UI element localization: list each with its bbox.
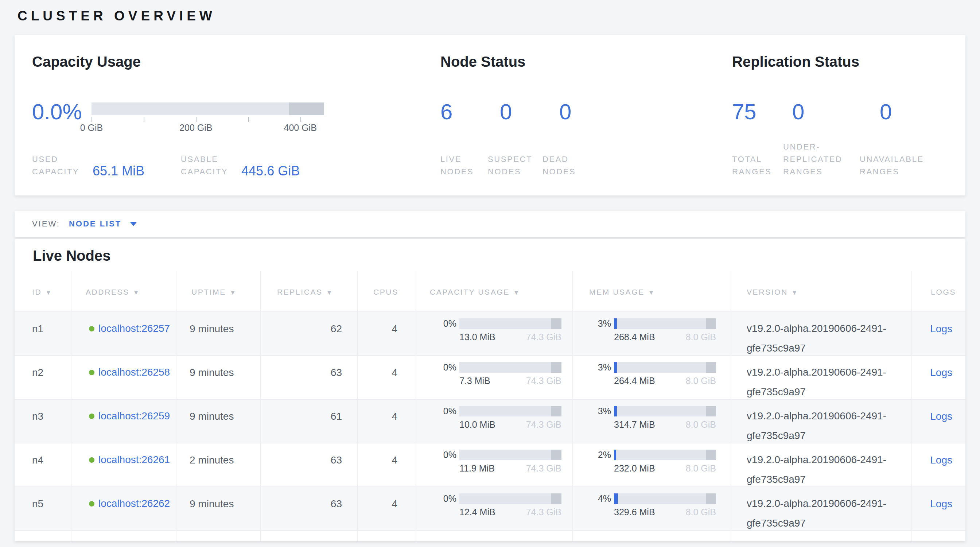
mem-percent: 3% — [595, 318, 611, 329]
node-address-link[interactable]: localhost:26259 — [99, 406, 170, 426]
uptime-cell: 9 minutes — [177, 356, 261, 399]
mem-cell: 2%232.0 MiB8.0 GiB — [573, 444, 731, 487]
cluster-summary-card: Capacity Usage 0.0% 0 GiB 200 GiB 400 Gi… — [14, 35, 966, 196]
mem-bar-used-segment — [614, 493, 618, 504]
usage-bar — [460, 362, 562, 373]
mem-used-value: 268.4 MiB — [614, 331, 655, 342]
version-cell: v19.2.0-alpha.20190606-2491-gfe735c9a97 — [731, 487, 912, 530]
dead-nodes-count: 0 — [559, 101, 571, 123]
node-id-cell: n4 — [14, 444, 72, 487]
usage-bar — [460, 318, 562, 329]
node-live-dot — [89, 370, 94, 375]
mem-used-value: 232.0 MiB — [614, 463, 655, 474]
mem-bar-reserved-segment — [706, 318, 716, 329]
usage-bar-reserved-segment — [551, 318, 562, 329]
mem-total-value: 8.0 GiB — [686, 507, 716, 517]
usage-total-value: 74.3 GiB — [526, 375, 562, 386]
usage-total-value: 74.3 GiB — [526, 507, 562, 517]
node-id-cell: n5 — [14, 487, 72, 530]
under-replicated-label: UNDER-REPLICATED RANGES — [783, 141, 860, 178]
empty-cell — [416, 531, 573, 541]
usage-labels: 10.0 MiB74.3 GiB — [460, 419, 562, 430]
column-header-uptime[interactable]: UPTIME▼ — [177, 271, 261, 312]
usage-used-value: 13.0 MiB — [460, 331, 495, 342]
unavailable-ranges-label: UNAVAILABLE RANGES — [860, 153, 951, 178]
node-status-title: Node Status — [441, 53, 721, 70]
dead-nodes-label: DEAD NODES — [542, 153, 586, 178]
logs-link[interactable]: Logs — [930, 410, 952, 422]
uptime-cell: 2 minutes — [177, 444, 261, 487]
logs-cell: Logs — [912, 356, 966, 399]
sort-desc-icon: ▼ — [792, 289, 799, 296]
address-cell: localhost:26261 — [72, 444, 177, 487]
capacity-usage-gauge: 0 GiB 200 GiB 400 GiB — [92, 101, 324, 134]
logs-link[interactable]: Logs — [930, 367, 952, 378]
node-address-link[interactable]: localhost:26261 — [99, 450, 170, 470]
usage-percent: 0% — [441, 449, 457, 460]
column-header-mem-usage[interactable]: MEM USAGE▼ — [573, 271, 731, 312]
table-row: n5localhost:262629 minutes6340%12.4 MiB7… — [14, 487, 966, 530]
mem-total-value: 8.0 GiB — [686, 463, 716, 474]
live-nodes-count: 6 — [441, 101, 500, 123]
mem-total-value: 8.0 GiB — [686, 419, 716, 430]
table-row: n4localhost:262612 minutes6340%11.9 MiB7… — [14, 443, 966, 487]
mem-bar-used-segment — [614, 450, 616, 460]
table-row: n3localhost:262599 minutes6140%10.0 MiB7… — [14, 399, 966, 443]
sort-desc-icon: ▼ — [326, 289, 333, 296]
usable-capacity-stat: USABLE CAPACITY 445.6 GiB — [181, 153, 300, 178]
usable-capacity-value: 445.6 GiB — [241, 164, 300, 178]
usage-cell: 0%13.0 MiB74.3 GiB — [416, 312, 573, 355]
column-header-cpus: CPUS — [358, 271, 416, 312]
logs-link[interactable]: Logs — [930, 498, 952, 509]
replication-status-title: Replication Status — [732, 53, 951, 70]
logs-cell: Logs — [912, 444, 966, 487]
mem-cell: 4%329.6 MiB8.0 GiB — [573, 487, 731, 530]
usage-cell: 0%11.9 MiB74.3 GiB — [416, 444, 573, 487]
cpus-cell: 4 — [358, 400, 416, 443]
node-id-cell: n3 — [14, 400, 72, 443]
usage-percent: 0% — [441, 405, 457, 417]
chevron-down-icon[interactable] — [130, 222, 137, 226]
logs-link[interactable]: Logs — [930, 454, 952, 466]
total-ranges-count: 75 — [732, 101, 792, 123]
suspect-nodes-label: SUSPECT NODES — [488, 153, 542, 178]
total-ranges-label: TOTAL RANGES — [732, 153, 783, 178]
uptime-cell: 9 minutes — [177, 312, 261, 355]
mem-bar-reserved-segment — [706, 450, 716, 460]
capacity-bar-reserved-segment — [289, 102, 324, 115]
column-header-id[interactable]: ID▼ — [14, 271, 72, 312]
column-header-address[interactable]: ADDRESS▼ — [72, 271, 177, 312]
used-capacity-label: USED CAPACITY — [32, 153, 88, 178]
sort-desc-icon: ▼ — [648, 289, 655, 296]
mem-bar — [614, 362, 716, 373]
mem-bar-reserved-segment — [706, 406, 716, 417]
mem-bar — [614, 406, 716, 417]
table-header-row: ID▼ ADDRESS▼ UPTIME▼ REPLICAS▼ CPUS CAPA… — [14, 271, 966, 312]
usage-used-value: 11.9 MiB — [460, 463, 495, 474]
table-row: n1localhost:262579 minutes6240%13.0 MiB7… — [14, 312, 966, 355]
node-address-link[interactable]: localhost:26262 — [99, 494, 170, 514]
node-address-link[interactable]: localhost:26257 — [99, 319, 170, 339]
usage-cell: 0%7.3 MiB74.3 GiB — [416, 356, 573, 399]
mem-bar — [614, 493, 716, 504]
usage-labels: 7.3 MiB74.3 GiB — [460, 375, 562, 386]
logs-link[interactable]: Logs — [930, 323, 952, 334]
mem-labels: 268.4 MiB8.0 GiB — [614, 331, 716, 342]
usage-used-value: 12.4 MiB — [460, 507, 495, 517]
node-address-link[interactable]: localhost:26258 — [99, 363, 170, 382]
address-cell: localhost:26262 — [72, 487, 177, 530]
cpus-cell: 4 — [358, 356, 416, 399]
node-id-cell: n1 — [14, 312, 72, 355]
cpus-cell: 4 — [358, 444, 416, 487]
capacity-axis-ticks — [92, 115, 324, 122]
mem-labels: 314.7 MiB8.0 GiB — [614, 419, 716, 430]
under-replicated-count: 0 — [792, 101, 880, 123]
version-cell: v19.2.0-alpha.20190606-2491-gfe735c9a97 — [731, 444, 912, 487]
column-header-version[interactable]: VERSION▼ — [731, 271, 912, 312]
column-header-replicas[interactable]: REPLICAS▼ — [261, 271, 358, 312]
column-header-capacity-usage[interactable]: CAPACITY USAGE▼ — [416, 271, 573, 312]
usage-total-value: 74.3 GiB — [526, 331, 562, 342]
logs-cell: Logs — [912, 312, 966, 355]
view-dropdown[interactable]: NODE LIST — [69, 219, 121, 229]
node-live-dot — [89, 501, 94, 507]
